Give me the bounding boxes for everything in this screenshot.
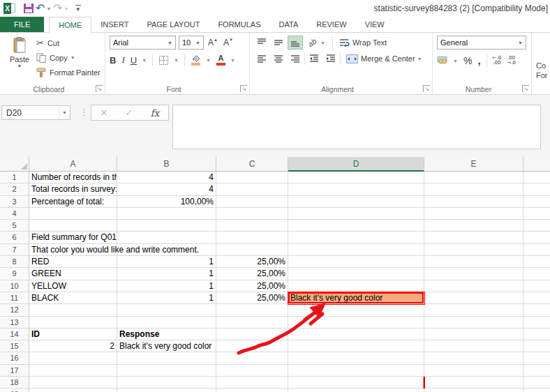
cell-E6[interactable] (424, 232, 523, 243)
alignment-dialog-launcher[interactable]: ↘ (423, 85, 430, 92)
cell-E4[interactable] (424, 208, 523, 220)
cell-B13[interactable] (117, 317, 216, 329)
cell-B15[interactable]: Black it's very good color (117, 340, 216, 352)
cell-E3[interactable] (424, 196, 523, 208)
cell-C15[interactable] (216, 340, 288, 352)
cell-D16[interactable] (288, 352, 424, 364)
cell-F10[interactable] (523, 280, 550, 292)
font-dialog-launcher[interactable]: ↘ (240, 85, 247, 92)
cell-B5[interactable] (117, 220, 216, 232)
number-format-select[interactable]: General▼ (437, 36, 526, 50)
cell-F6[interactable] (523, 232, 550, 243)
cell-E16[interactable] (424, 352, 523, 364)
undo-dropdown-icon[interactable]: ▼ (46, 6, 51, 11)
cell-C11[interactable]: 25,00% (216, 292, 288, 304)
cell-C14[interactable] (216, 329, 288, 340)
cell-E2[interactable] (424, 183, 523, 195)
cell-C16[interactable] (216, 352, 288, 364)
cell-C12[interactable] (216, 304, 288, 316)
row-header-1[interactable]: 1 (0, 172, 29, 183)
italic-button[interactable]: I (121, 54, 124, 66)
cell-D11[interactable]: Black it's very good color (288, 292, 424, 304)
cell-B14[interactable]: Response (117, 329, 216, 340)
tab-view[interactable]: VIEW (356, 17, 394, 32)
borders-icon[interactable] (158, 55, 169, 66)
cell-B8[interactable]: 1 (117, 256, 216, 268)
cell-B19[interactable] (117, 389, 216, 392)
font-name-select[interactable]: Arial▼ (110, 36, 176, 50)
customize-qat-icon[interactable]: ▼ (75, 5, 81, 13)
cell-E1[interactable] (424, 172, 523, 183)
font-size-select[interactable]: 10▼ (179, 36, 204, 50)
row-header-8[interactable]: 8 (0, 256, 29, 268)
cell-E5[interactable] (424, 220, 523, 232)
cell-B4[interactable] (117, 208, 216, 220)
row-header-9[interactable]: 9 (0, 268, 29, 280)
cell-D6[interactable] (288, 232, 424, 243)
cell-C2[interactable] (216, 183, 288, 195)
copy-dropdown-icon[interactable]: ▼ (70, 55, 75, 60)
row-header-17[interactable]: 17 (0, 365, 29, 377)
tab-insert[interactable]: INSERT (91, 17, 138, 32)
cell-D18[interactable] (288, 377, 424, 389)
cell-B9[interactable]: 1 (117, 268, 216, 280)
cell-D3[interactable] (288, 196, 424, 208)
cell-A17[interactable] (29, 365, 117, 377)
cell-C10[interactable]: 25,00% (216, 280, 288, 292)
cell-B1[interactable]: 4 (117, 172, 216, 183)
cut-button[interactable]: ✂ Cut (36, 36, 101, 50)
cell-F9[interactable] (523, 268, 550, 280)
cell-A12[interactable] (29, 304, 117, 316)
cell-D4[interactable] (288, 208, 424, 220)
row-header-18[interactable]: 18 (0, 377, 29, 389)
increase-indent-button[interactable] (323, 52, 339, 66)
cell-C9[interactable]: 25,00% (216, 268, 288, 280)
row-header-10[interactable]: 10 (0, 280, 29, 292)
tab-page-layout[interactable]: PAGE LAYOUT (138, 17, 209, 32)
cell-F13[interactable] (523, 317, 550, 329)
cell-B10[interactable]: 1 (117, 280, 216, 292)
fill-color-button[interactable] (191, 54, 201, 66)
cell-C6[interactable] (216, 232, 288, 243)
row-header-4[interactable]: 4 (0, 208, 29, 220)
tab-home[interactable]: HOME (49, 17, 91, 33)
cell-A6[interactable]: Field summary for Q01 (29, 232, 117, 243)
name-box-dropdown-icon[interactable]: ▼ (59, 106, 70, 119)
align-middle-button[interactable] (271, 36, 286, 50)
copy-button[interactable]: Copy ▼ (36, 50, 101, 65)
cell-E12[interactable] (424, 304, 523, 316)
column-header-C[interactable]: C (216, 157, 288, 172)
cell-C17[interactable] (216, 365, 288, 377)
formula-bar-input[interactable] (172, 105, 541, 149)
cell-A13[interactable] (29, 317, 117, 329)
align-right-button[interactable] (288, 52, 303, 66)
row-header-11[interactable]: 11 (0, 292, 29, 304)
row-header-7[interactable]: 7 (0, 244, 29, 256)
cell-B6[interactable] (117, 232, 216, 243)
row-header-19[interactable]: 19 (0, 389, 29, 392)
merge-center-button[interactable]: Merge & Center ▼ (346, 54, 422, 63)
cell-B12[interactable] (117, 304, 216, 316)
cell-A10[interactable]: YELLOW (29, 280, 117, 292)
cell-C7[interactable] (216, 244, 288, 256)
decrease-font-size-button[interactable]: A▼ (222, 38, 235, 47)
cell-A8[interactable]: RED (29, 256, 117, 268)
paste-button[interactable]: Paste ▼ (4, 36, 35, 83)
font-color-button[interactable]: A (216, 54, 225, 66)
name-box[interactable]: D20 ▼ (1, 105, 70, 120)
undo-icon[interactable]: ↶ (36, 3, 45, 14)
cell-E13[interactable] (424, 317, 523, 329)
accounting-dropdown-icon[interactable]: ▼ (453, 59, 458, 63)
font-color-dropdown-icon[interactable]: ▼ (230, 58, 235, 63)
cell-C4[interactable] (216, 208, 288, 220)
cell-F7[interactable] (523, 244, 550, 256)
cell-F15[interactable] (523, 340, 550, 352)
cancel-icon[interactable]: ✕ (101, 107, 108, 118)
cell-D12[interactable] (288, 304, 424, 316)
insert-function-icon[interactable]: fx (150, 107, 159, 119)
fill-color-dropdown-icon[interactable]: ▼ (206, 58, 211, 63)
cell-C3[interactable] (216, 196, 288, 208)
cell-B16[interactable] (117, 352, 216, 364)
increase-decimal-button[interactable]: ←.0.00 (493, 56, 502, 66)
row-header-3[interactable]: 3 (0, 196, 29, 208)
